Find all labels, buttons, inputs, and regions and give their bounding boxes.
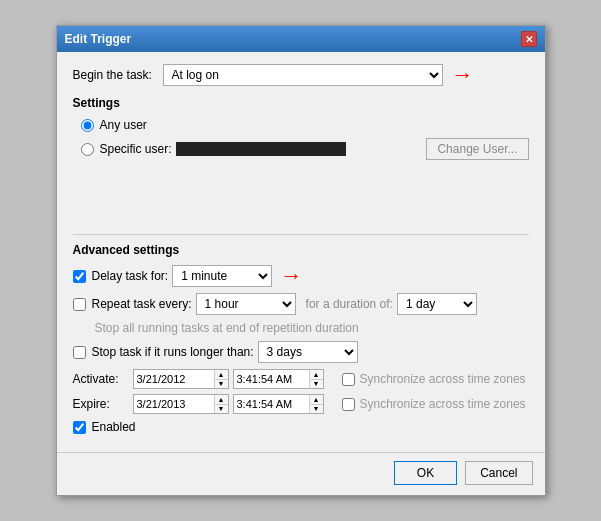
title-bar: Edit Trigger ✕ — [57, 26, 545, 52]
activate-date-spin[interactable]: ▲ ▼ — [133, 369, 229, 389]
specific-user-label: Specific user: — [100, 142, 172, 156]
stop-task-row: Stop task if it runs longer than: 3 days — [73, 341, 529, 363]
expire-time-spinner[interactable]: ▲ ▼ — [309, 395, 323, 413]
enabled-row: Enabled — [73, 420, 529, 434]
duration-label: for a duration of: — [306, 297, 393, 311]
begin-task-select[interactable]: At log on — [163, 64, 443, 86]
any-user-label: Any user — [100, 118, 147, 132]
expire-date-spinner[interactable]: ▲ ▼ — [214, 395, 228, 413]
ok-button[interactable]: OK — [394, 461, 457, 485]
expire-sync-checkbox[interactable] — [342, 398, 355, 411]
expire-row: Expire: ▲ ▼ ▲ ▼ Sync — [73, 394, 529, 414]
divider — [73, 234, 529, 235]
stop-task-checkbox[interactable] — [73, 346, 86, 359]
dialog-body: Begin the task: At log on ← Settings Any… — [57, 52, 545, 446]
expire-date-down[interactable]: ▼ — [215, 405, 228, 414]
activate-time-input[interactable] — [234, 370, 309, 388]
repeat-task-select[interactable]: 1 hour — [196, 293, 296, 315]
cancel-button[interactable]: Cancel — [465, 461, 532, 485]
arrow-indicator-1: ← — [451, 64, 473, 86]
activate-sync-row: Synchronize across time zones — [342, 372, 526, 386]
enabled-label: Enabled — [92, 420, 136, 434]
activate-sync-checkbox[interactable] — [342, 373, 355, 386]
activate-date-up[interactable]: ▲ — [215, 370, 228, 380]
dialog-title: Edit Trigger — [65, 32, 132, 46]
expire-date-up[interactable]: ▲ — [215, 395, 228, 405]
expire-time-spin[interactable]: ▲ ▼ — [233, 394, 324, 414]
specific-user-radio[interactable] — [81, 143, 94, 156]
any-user-row: Any user — [81, 118, 529, 132]
redacted-username — [176, 142, 346, 156]
expire-time-input[interactable] — [234, 395, 309, 413]
expire-time-down[interactable]: ▼ — [310, 405, 323, 414]
any-user-radio[interactable] — [81, 119, 94, 132]
stop-running-row: Stop all running tasks at end of repetit… — [95, 321, 529, 335]
activate-time-down[interactable]: ▼ — [310, 380, 323, 389]
change-user-button[interactable]: Change User... — [426, 138, 528, 160]
arrow-indicator-2: ← — [280, 265, 302, 287]
repeat-task-checkbox[interactable] — [73, 298, 86, 311]
activate-sync-label: Synchronize across time zones — [360, 372, 526, 386]
begin-task-label: Begin the task: — [73, 68, 163, 82]
repeat-task-row: Repeat task every: 1 hour for a duration… — [73, 293, 529, 315]
delay-task-select[interactable]: 1 minute — [172, 265, 272, 287]
activate-time-spinner[interactable]: ▲ ▼ — [309, 370, 323, 388]
begin-task-row: Begin the task: At log on ← — [73, 64, 529, 86]
activate-time-up[interactable]: ▲ — [310, 370, 323, 380]
expire-time-up[interactable]: ▲ — [310, 395, 323, 405]
settings-label: Settings — [73, 96, 529, 110]
settings-radio-group: Any user Specific user: Change User... — [81, 118, 529, 160]
close-button[interactable]: ✕ — [521, 31, 537, 47]
advanced-label: Advanced settings — [73, 243, 529, 257]
specific-user-row: Specific user: Change User... — [81, 138, 529, 160]
advanced-settings-section: Advanced settings Delay task for: 1 minu… — [73, 243, 529, 434]
edit-trigger-dialog: Edit Trigger ✕ Begin the task: At log on… — [56, 25, 546, 496]
activate-date-spinner[interactable]: ▲ ▼ — [214, 370, 228, 388]
stop-task-select[interactable]: 3 days — [258, 341, 358, 363]
expire-sync-row: Synchronize across time zones — [342, 397, 526, 411]
enabled-checkbox[interactable] — [73, 421, 86, 434]
expire-date-input[interactable] — [134, 395, 214, 413]
activate-date-input[interactable] — [134, 370, 214, 388]
activate-date-down[interactable]: ▼ — [215, 380, 228, 389]
dialog-footer: OK Cancel — [57, 452, 545, 495]
duration-select[interactable]: 1 day — [397, 293, 477, 315]
expire-sync-label: Synchronize across time zones — [360, 397, 526, 411]
activate-row: Activate: ▲ ▼ ▲ ▼ Sy — [73, 369, 529, 389]
expire-date-spin[interactable]: ▲ ▼ — [133, 394, 229, 414]
delay-task-row: Delay task for: 1 minute ← — [73, 265, 529, 287]
delay-task-checkbox[interactable] — [73, 270, 86, 283]
stop-running-label: Stop all running tasks at end of repetit… — [95, 321, 359, 335]
repeat-task-label: Repeat task every: — [92, 297, 192, 311]
delay-task-label: Delay task for: — [92, 269, 169, 283]
spacer — [73, 166, 529, 226]
stop-task-label: Stop task if it runs longer than: — [92, 345, 254, 359]
activate-time-spin[interactable]: ▲ ▼ — [233, 369, 324, 389]
expire-label: Expire: — [73, 397, 133, 411]
activate-label: Activate: — [73, 372, 133, 386]
